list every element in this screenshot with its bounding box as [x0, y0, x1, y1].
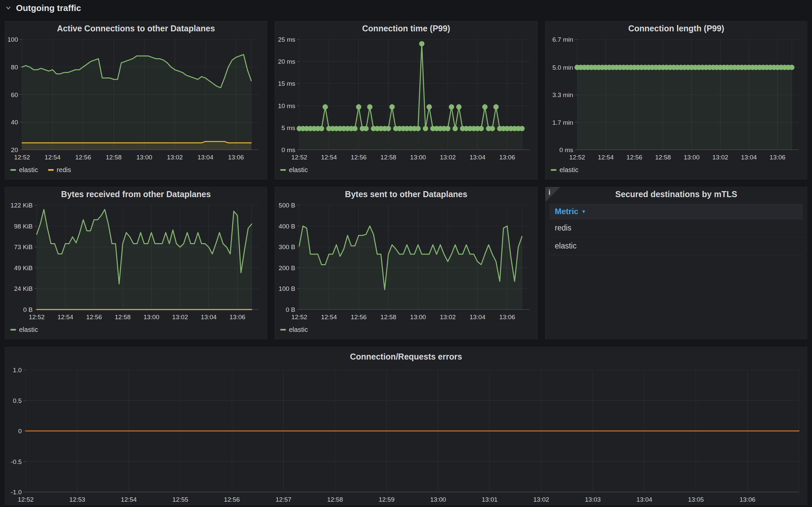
panel-title-connection-errors[interactable]: Connection/Requests errors — [5, 347, 807, 366]
svg-text:49 KiB: 49 KiB — [14, 265, 33, 272]
legend-swatch — [280, 329, 286, 331]
panel-connection-time: Connection time (P99) 25 ms20 ms15 ms10 … — [275, 21, 538, 179]
svg-text:13:06: 13:06 — [228, 154, 244, 161]
svg-text:12:52: 12:52 — [29, 314, 45, 321]
svg-text:12:56: 12:56 — [350, 154, 367, 161]
legend-label: elastic — [19, 166, 38, 174]
svg-text:6.7 min: 6.7 min — [552, 36, 573, 43]
chart-connection-time[interactable]: 25 ms20 ms15 ms10 ms5 ms0 ms12:5212:5412… — [275, 35, 537, 162]
svg-text:12:54: 12:54 — [321, 314, 337, 321]
svg-text:13:04: 13:04 — [637, 496, 653, 503]
svg-text:122 KiB: 122 KiB — [10, 202, 33, 209]
svg-text:13:00: 13:00 — [684, 154, 700, 161]
table-row-elastic: elastic — [549, 237, 803, 255]
legend: elastic — [275, 322, 537, 339]
svg-text:0 ms: 0 ms — [559, 147, 573, 154]
svg-text:12:53: 12:53 — [69, 496, 86, 503]
svg-text:13:01: 13:01 — [482, 496, 498, 503]
svg-text:-1.0: -1.0 — [11, 489, 22, 496]
legend-item-elastic[interactable]: elastic — [10, 326, 38, 334]
panel-secured-destinations: i Secured destinations by mTLS Metric ▼ … — [545, 187, 807, 339]
svg-text:13:06: 13:06 — [229, 314, 246, 321]
svg-text:20: 20 — [11, 147, 18, 154]
chart-active-connections[interactable]: 1008060402012:5212:5412:5612:5813:0013:0… — [5, 35, 267, 162]
svg-text:25 ms: 25 ms — [278, 36, 295, 43]
svg-text:13:02: 13:02 — [172, 314, 188, 321]
legend-item-elastic[interactable]: elastic — [551, 166, 579, 174]
mtls-table: Metric ▼ redis elastic — [545, 201, 807, 255]
panel-active-connections: Active Connections to other Dataplanes 1… — [5, 21, 267, 179]
cell-metric: redis — [555, 223, 572, 232]
panel-title-connection-time[interactable]: Connection time (P99) — [275, 21, 537, 35]
svg-text:13:02: 13:02 — [440, 314, 456, 321]
column-header-metric[interactable]: Metric ▼ — [555, 207, 586, 216]
legend-label: elastic — [559, 166, 579, 174]
legend: elastic — [545, 162, 807, 179]
svg-text:200 B: 200 B — [279, 265, 295, 272]
legend-swatch — [10, 169, 16, 171]
legend-item-elastic[interactable]: elastic — [280, 166, 308, 174]
svg-text:0 B: 0 B — [23, 306, 33, 313]
table-header-row: Metric ▼ — [549, 204, 803, 219]
svg-text:0: 0 — [18, 428, 22, 435]
svg-text:24 KiB: 24 KiB — [14, 285, 33, 292]
svg-text:10 ms: 10 ms — [278, 102, 295, 109]
svg-text:12:54: 12:54 — [45, 154, 61, 161]
svg-text:13:00: 13:00 — [430, 496, 446, 503]
chart-bytes-sent[interactable]: 500 B400 B300 B200 B100 B0 B12:5212:5412… — [275, 201, 537, 322]
svg-text:12:58: 12:58 — [106, 154, 122, 161]
legend-swatch — [280, 169, 286, 171]
panel-title-connection-length[interactable]: Connection length (P99) — [545, 21, 807, 35]
legend-item-redis[interactable]: redis — [48, 166, 71, 174]
dashboard-row-header[interactable]: Outgoing traffic — [5, 2, 81, 14]
svg-text:13:06: 13:06 — [499, 314, 515, 321]
svg-text:20 ms: 20 ms — [278, 58, 295, 65]
svg-text:12:54: 12:54 — [121, 496, 137, 503]
svg-text:13:02: 13:02 — [712, 154, 728, 161]
panel-title-active-connections[interactable]: Active Connections to other Dataplanes — [5, 21, 267, 35]
svg-text:12:58: 12:58 — [327, 496, 343, 503]
svg-text:0.5: 0.5 — [13, 397, 22, 404]
dashboard: Outgoing traffic Active Connections to o… — [0, 0, 812, 507]
svg-text:12:52: 12:52 — [291, 314, 307, 321]
svg-text:12:56: 12:56 — [86, 314, 102, 321]
panel-connection-errors: Connection/Requests errors 1.00.50-0.5-1… — [5, 347, 807, 505]
legend-item-elastic[interactable]: elastic — [10, 166, 38, 174]
svg-text:12:56: 12:56 — [75, 154, 91, 161]
svg-text:12:52: 12:52 — [291, 154, 307, 161]
legend-label: elastic — [19, 326, 38, 334]
svg-text:73 KiB: 73 KiB — [14, 243, 33, 250]
svg-text:13:04: 13:04 — [201, 314, 217, 321]
svg-text:12:58: 12:58 — [380, 154, 396, 161]
svg-text:12:55: 12:55 — [172, 496, 188, 503]
svg-text:0 B: 0 B — [285, 306, 295, 313]
svg-text:12:54: 12:54 — [598, 154, 614, 161]
chart-connection-length[interactable]: 6.7 min5.0 min3.3 min1.7 min0 ms12:5212:… — [545, 35, 807, 162]
panel-title-secured-destinations[interactable]: Secured destinations by mTLS — [545, 187, 807, 201]
table-row-redis: redis — [549, 219, 803, 237]
panel-bytes-sent: Bytes sent to other Dataplanes 500 B400 … — [275, 187, 538, 339]
svg-text:12:52: 12:52 — [18, 496, 34, 503]
svg-text:13:04: 13:04 — [741, 154, 757, 161]
chart-connection-errors[interactable]: 1.00.50-0.5-1.012:5212:5312:5412:5512:56… — [5, 366, 807, 505]
cell-metric: elastic — [555, 241, 577, 250]
legend-item-elastic[interactable]: elastic — [280, 326, 308, 334]
column-header-label: Metric — [555, 207, 579, 216]
svg-text:13:06: 13:06 — [499, 154, 515, 161]
svg-text:12:56: 12:56 — [627, 154, 643, 161]
svg-text:60: 60 — [11, 92, 18, 98]
svg-text:3.3 min: 3.3 min — [552, 92, 573, 98]
svg-text:13:00: 13:00 — [144, 314, 159, 321]
legend-label: elastic — [289, 166, 308, 174]
chart-bytes-received[interactable]: 122 KiB98 KiB73 KiB49 KiB24 KiB0 B12:521… — [5, 201, 267, 322]
svg-text:13:04: 13:04 — [469, 154, 485, 161]
svg-text:12:56: 12:56 — [224, 496, 240, 503]
chevron-down-icon — [5, 4, 12, 12]
panel-title-bytes-sent[interactable]: Bytes sent to other Dataplanes — [275, 187, 537, 201]
svg-text:13:02: 13:02 — [533, 496, 549, 503]
panel-title-bytes-received[interactable]: Bytes received from other Dataplanes — [5, 187, 267, 201]
svg-text:12:54: 12:54 — [57, 314, 73, 321]
svg-text:13:02: 13:02 — [167, 154, 183, 161]
legend-label: elastic — [289, 326, 308, 334]
svg-text:12:54: 12:54 — [321, 154, 337, 161]
